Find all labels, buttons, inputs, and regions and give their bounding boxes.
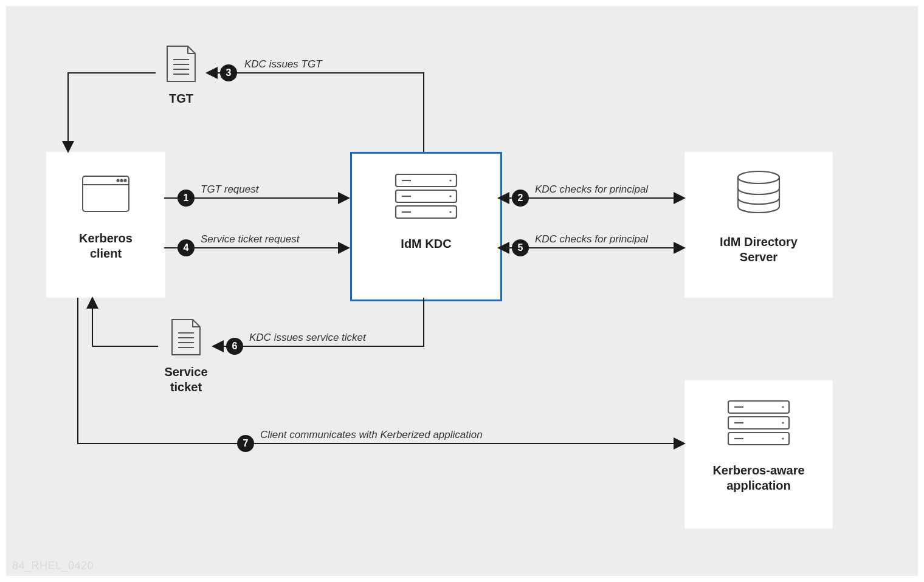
step-6-num: 6 [232, 341, 238, 352]
svg-point-6 [117, 179, 119, 181]
kdc-label: IdM KDC [352, 236, 500, 252]
dir-label: IdM Directory Server [684, 235, 833, 265]
database-icon [733, 170, 785, 219]
svg-point-16 [449, 195, 451, 197]
svg-point-26 [782, 422, 784, 423]
step-4-label: Service ticket request [201, 233, 300, 245]
step-2-label: KDC checks for principal [535, 183, 648, 196]
step-6-label: KDC issues service ticket [249, 332, 366, 344]
node-kerberos-client: Kerberos client [46, 152, 165, 298]
svg-point-8 [124, 179, 126, 181]
step-4-badge: 4 [178, 239, 195, 256]
step-2-num: 2 [518, 193, 523, 204]
svg-point-17 [449, 211, 451, 213]
document-icon [170, 317, 202, 357]
step-5-badge: 5 [512, 239, 529, 256]
step-3-badge: 3 [220, 64, 237, 81]
step-6-badge: 6 [226, 338, 243, 355]
step-3-num: 3 [226, 67, 232, 78]
svg-point-15 [449, 179, 451, 181]
svg-point-18 [738, 171, 779, 183]
step-1-label: TGT request [201, 183, 258, 196]
step-5-label: KDC checks for principal [535, 233, 648, 245]
tgt-label: TGT [156, 91, 207, 106]
svg-point-25 [782, 406, 784, 408]
step-1-badge: 1 [178, 190, 195, 207]
svg-point-7 [120, 179, 122, 181]
node-idm-directory-server: IdM Directory Server [684, 152, 833, 298]
app-label: Kerberos-aware application [684, 463, 833, 493]
step-1-num: 1 [184, 193, 189, 204]
server-stack-icon [393, 172, 460, 221]
svg-point-27 [782, 437, 784, 439]
step-4-num: 4 [184, 242, 189, 253]
step-7-num: 7 [243, 438, 249, 449]
node-tgt: TGT [156, 44, 207, 124]
step-7-badge: 7 [237, 435, 254, 452]
document-icon [165, 44, 198, 84]
node-idm-kdc: IdM KDC [350, 152, 502, 301]
browser-window-icon [81, 175, 130, 213]
node-kerberos-aware-app: Kerberos-aware application [684, 380, 833, 529]
step-7-label: Client communicates with Kerberized appl… [260, 429, 483, 441]
step-2-badge: 2 [512, 190, 529, 207]
step-3-label: KDC issues TGT [244, 58, 322, 70]
server-stack-icon [725, 399, 792, 447]
client-label: Kerberos client [46, 231, 165, 261]
node-service-ticket: Service ticket [158, 317, 214, 408]
watermark: 84_RHEL_0420 [12, 560, 94, 572]
svc-ticket-label: Service ticket [158, 365, 214, 395]
step-5-num: 5 [518, 242, 523, 253]
diagram-canvas: Kerberos client IdM KDC IdM Directory Se… [6, 6, 918, 576]
